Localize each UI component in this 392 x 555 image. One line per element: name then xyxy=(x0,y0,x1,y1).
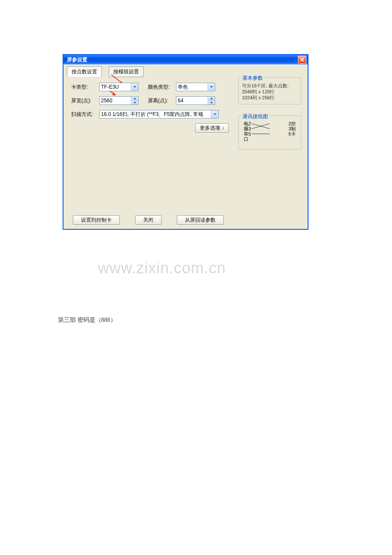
wiring-right-label: 控制卡 xyxy=(291,121,296,142)
spinner-screen-height-value: 64 xyxy=(178,98,183,104)
settings-window: 屏参设置 按点数设置 按模组设置 卡类型: TF-E3U xyxy=(63,55,308,229)
combo-scan-mode[interactable]: 16.0 1/16扫, 不打折 (**F3、F5室内点阵, 常规 xyxy=(99,110,219,119)
wiring-lines-icon xyxy=(251,121,288,138)
basic-params-line3: 1024列 x 256行 xyxy=(242,95,297,101)
chevron-down-icon[interactable] xyxy=(208,83,215,91)
tab-strip: 按点数设置 按模组设置 xyxy=(67,66,144,77)
label-screen-width: 屏宽(点): xyxy=(71,97,99,104)
label-card-type: 卡类型: xyxy=(71,84,99,91)
close-icon[interactable] xyxy=(298,56,306,64)
label-color-type: 颜色类型: xyxy=(148,84,176,91)
tab-by-module[interactable]: 按模组设置 xyxy=(109,66,144,77)
spinner-screen-width[interactable]: 2560 xyxy=(99,96,138,105)
tab-by-points[interactable]: 按点数设置 xyxy=(67,66,102,77)
chevron-down-icon[interactable] xyxy=(211,110,218,118)
page-caption: 第三部 密码是（888） xyxy=(58,316,116,324)
label-screen-height: 屏高(点): xyxy=(148,97,176,104)
spinner-screen-height[interactable]: 64 xyxy=(176,96,215,105)
window-title: 屏参设置 xyxy=(67,56,87,64)
combo-card-type-value: TF-E3U xyxy=(101,84,119,90)
combo-color-type[interactable]: 单色 xyxy=(176,83,215,91)
close-button[interactable]: 关闭 xyxy=(135,215,161,225)
form-area: 卡类型: TF-E3U 颜色类型: 单色 屏宽(点): xyxy=(71,82,229,133)
read-params-button[interactable]: 从屏回读参数 xyxy=(177,215,224,225)
chevron-down-icon[interactable] xyxy=(208,101,215,105)
watermark-text: www.zixin.com.cn xyxy=(98,259,226,277)
more-options-button[interactable]: 更多选项 ↓ xyxy=(195,123,229,133)
basic-params-line2: 2048列 x 128行 xyxy=(242,89,297,95)
set-to-card-button[interactable]: 设置到控制卡 xyxy=(73,215,120,225)
combo-scan-mode-value: 16.0 1/16扫, 不打折 (**F3、F5室内点阵, 常规 xyxy=(101,111,203,118)
chevron-up-icon[interactable] xyxy=(131,97,138,101)
basic-params-line1: 可分16个区, 最大点数: xyxy=(242,83,297,89)
chevron-up-icon[interactable] xyxy=(208,97,215,101)
wiring-diagram-group: 通讯接线图 电脑串口 2 3 5 2 3 5 xyxy=(238,116,301,150)
client-area: 按点数设置 按模组设置 卡类型: TF-E3U xyxy=(63,64,308,229)
combo-card-type[interactable]: TF-E3U xyxy=(99,83,138,91)
bottom-button-row: 设置到控制卡 关闭 从屏回读参数 xyxy=(73,215,224,225)
wiring-title: 通讯接线图 xyxy=(241,113,269,120)
chevron-down-icon[interactable] xyxy=(131,83,138,91)
basic-params-title: 基本参数 xyxy=(241,75,264,82)
wiring-left-label: 电脑串口 xyxy=(244,121,248,142)
titlebar[interactable]: 屏参设置 xyxy=(63,55,308,64)
label-scan-mode: 扫描方式: xyxy=(71,111,99,118)
chevron-down-icon[interactable] xyxy=(131,101,138,105)
spinner-screen-width-value: 2560 xyxy=(101,98,112,104)
basic-params-group: 基本参数 可分16个区, 最大点数: 2048列 x 128行 1024列 x … xyxy=(238,77,301,104)
combo-color-type-value: 单色 xyxy=(178,84,188,91)
